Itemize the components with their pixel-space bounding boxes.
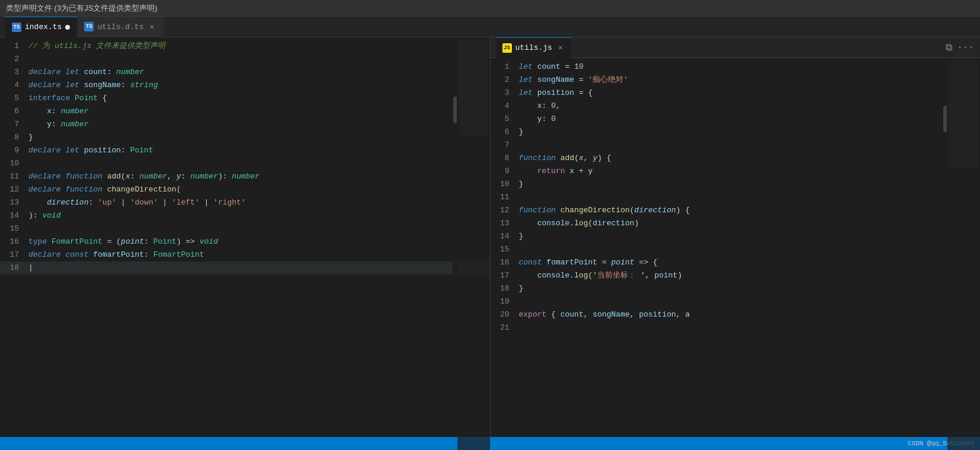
code-line-12: 12declare function changeDirection( xyxy=(0,183,490,196)
line-content-14: ): void xyxy=(28,209,490,222)
tab-bar: TS index.ts TS utils.d.ts ✕ xyxy=(0,17,980,37)
line-content-15 xyxy=(28,222,490,235)
code-line-2: 2 xyxy=(0,53,490,66)
code-line-10: 10} xyxy=(491,178,981,191)
left-code-area[interactable]: 1// 为 utils.js 文件来提供类型声明2 3declare let c… xyxy=(0,37,490,450)
line-content-21 xyxy=(519,321,981,334)
code-line-7: 7 xyxy=(491,139,981,152)
line-number-9: 9 xyxy=(491,165,519,178)
line-content-17: console.log('当前坐标： ', point) xyxy=(519,269,981,282)
line-number-6: 6 xyxy=(0,105,28,118)
tab-utils-d-ts[interactable]: TS utils.d.ts ✕ xyxy=(77,17,164,37)
line-number-7: 7 xyxy=(491,139,519,152)
line-number-16: 16 xyxy=(0,235,28,248)
code-line-1: 1let count = 10 xyxy=(491,60,981,74)
status-bar: CSDN @qq_54010685 xyxy=(0,437,980,450)
line-content-3: let position = { xyxy=(519,87,981,100)
line-content-18: } xyxy=(519,282,981,295)
code-line-4: 4declare let songName: string xyxy=(0,79,490,92)
code-line-18: 18} xyxy=(491,282,981,295)
code-line-4: 4 x: 0, xyxy=(491,100,981,113)
left-scrollbar[interactable] xyxy=(453,37,457,450)
line-content-2: let songName = '痴心绝对' xyxy=(519,74,981,87)
line-content-11 xyxy=(519,191,981,204)
line-number-9: 9 xyxy=(0,144,28,157)
right-code-area[interactable]: 1let count = 102let songName = '痴心绝对'3le… xyxy=(491,58,981,450)
right-scrollbar[interactable] xyxy=(943,58,947,450)
tab-label-index-ts: index.ts xyxy=(25,23,62,31)
line-content-8: } xyxy=(28,131,490,144)
code-line-13: 13 console.log(direction) xyxy=(491,217,981,230)
ts-icon: TS xyxy=(12,23,21,32)
line-content-9: declare let position: Point xyxy=(28,144,490,157)
tab-index-ts[interactable]: TS index.ts xyxy=(5,17,77,37)
right-pane-header: JS utils.js ✕ ⧉ ··· xyxy=(491,37,981,58)
line-number-11: 11 xyxy=(0,170,28,183)
line-content-4: declare let songName: string xyxy=(28,79,490,92)
code-line-10: 10 xyxy=(0,157,490,170)
line-content-19 xyxy=(519,295,981,308)
more-actions-icon[interactable]: ··· xyxy=(957,42,974,53)
line-content-9: return x + y xyxy=(519,165,981,178)
left-minimap xyxy=(457,37,490,450)
line-content-6: x: number xyxy=(28,105,490,118)
pane-actions: ⧉ ··· xyxy=(946,42,974,53)
code-line-16: 16type FomartPoint = (point: Point) => v… xyxy=(0,235,490,248)
line-content-3: declare let count: number xyxy=(28,66,490,79)
line-content-6: } xyxy=(519,126,981,139)
code-line-8: 8} xyxy=(0,131,490,144)
right-editor-pane: JS utils.js ✕ ⧉ ··· 1let count = 102let … xyxy=(491,37,981,450)
right-scrollbar-thumb[interactable] xyxy=(943,106,947,132)
line-content-12: function changeDirection(direction) { xyxy=(519,204,981,217)
line-number-17: 17 xyxy=(491,269,519,282)
line-content-20: export { count, songName, position, a xyxy=(519,308,981,321)
title-text: 类型声明文件 (3为已有JS文件提供类型声明) xyxy=(6,3,158,14)
code-line-3: 3declare let count: number xyxy=(0,66,490,79)
line-number-15: 15 xyxy=(0,222,28,235)
code-line-16: 16const fomartPoint = point => { xyxy=(491,256,981,269)
code-line-17: 17declare const fomartPoint: FomartPoint xyxy=(0,248,490,261)
line-number-8: 8 xyxy=(0,131,28,144)
code-line-6: 6} xyxy=(491,126,981,139)
code-line-2: 2let songName = '痴心绝对' xyxy=(491,74,981,87)
line-number-14: 14 xyxy=(491,230,519,243)
code-line-20: 20export { count, songName, position, a xyxy=(491,308,981,321)
line-number-6: 6 xyxy=(491,126,519,139)
code-line-11: 11declare function add(x: number, y: num… xyxy=(0,170,490,183)
line-content-7: y: number xyxy=(28,118,490,131)
code-line-21: 21 xyxy=(491,321,981,334)
code-line-15: 15 xyxy=(491,243,981,256)
line-number-3: 3 xyxy=(491,87,519,100)
line-number-7: 7 xyxy=(0,118,28,131)
line-content-10 xyxy=(28,157,490,170)
right-minimap xyxy=(947,58,980,450)
editor-layout: 1// 为 utils.js 文件来提供类型声明2 3declare let c… xyxy=(0,37,980,450)
left-editor-pane: 1// 为 utils.js 文件来提供类型声明2 3declare let c… xyxy=(0,37,491,450)
tab-label-utils-d-ts: utils.d.ts xyxy=(97,23,143,31)
left-scrollbar-thumb[interactable] xyxy=(453,97,457,123)
line-number-5: 5 xyxy=(491,113,519,126)
line-number-13: 13 xyxy=(491,217,519,230)
line-content-16: type FomartPoint = (point: Point) => voi… xyxy=(28,235,490,248)
line-content-7 xyxy=(519,139,981,152)
line-number-17: 17 xyxy=(0,248,28,261)
line-number-15: 15 xyxy=(491,243,519,256)
line-number-1: 1 xyxy=(491,60,519,74)
line-number-8: 8 xyxy=(491,152,519,165)
line-number-4: 4 xyxy=(491,100,519,113)
line-number-3: 3 xyxy=(0,66,28,79)
right-tab-close[interactable]: ✕ xyxy=(556,43,565,53)
tab-close-utils[interactable]: ✕ xyxy=(147,22,156,31)
right-pane-tab[interactable]: JS utils.js ✕ xyxy=(497,37,571,58)
line-content-14: } xyxy=(519,230,981,243)
line-content-5: interface Point { xyxy=(28,92,490,105)
code-line-18: 18| xyxy=(0,261,490,275)
line-number-18: 18 xyxy=(491,282,519,295)
title-bar: 类型声明文件 (3为已有JS文件提供类型声明) xyxy=(0,0,980,17)
line-content-11: declare function add(x: number, y: numbe… xyxy=(28,170,490,183)
line-number-2: 2 xyxy=(0,53,28,66)
split-editor-icon[interactable]: ⧉ xyxy=(946,42,952,53)
code-line-5: 5interface Point { xyxy=(0,92,490,105)
right-tab-label: utils.js xyxy=(515,43,552,52)
line-number-1: 1 xyxy=(0,40,28,53)
